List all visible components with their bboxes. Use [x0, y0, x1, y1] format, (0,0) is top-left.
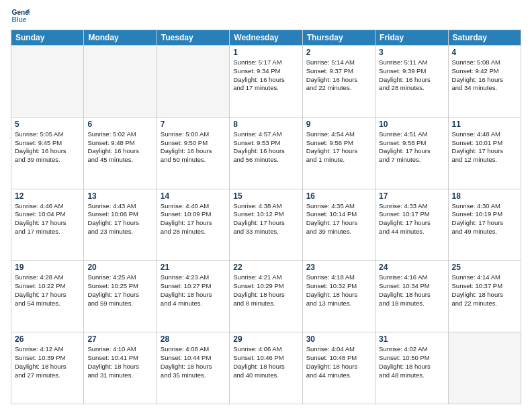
day-header-friday: Friday	[375, 30, 448, 46]
table-row: 24Sunrise: 4:16 AM Sunset: 10:34 PM Dayl…	[375, 261, 448, 332]
table-row	[84, 46, 157, 118]
day-number: 14	[161, 191, 226, 201]
day-header-monday: Monday	[84, 30, 157, 46]
cell-content: Sunrise: 4:35 AM Sunset: 10:14 PM Daylig…	[306, 202, 371, 236]
logo-icon: General Blue	[11, 7, 30, 26]
table-row: 5Sunrise: 5:05 AM Sunset: 9:45 PM Daylig…	[11, 117, 84, 189]
table-row: 18Sunrise: 4:30 AM Sunset: 10:19 PM Dayl…	[448, 189, 521, 261]
day-header-saturday: Saturday	[448, 30, 521, 46]
table-row	[11, 46, 84, 118]
page: General Blue SundayMondayTuesdayWednesda…	[0, 0, 532, 411]
day-number: 1	[233, 48, 298, 57]
table-row: 7Sunrise: 5:00 AM Sunset: 9:50 PM Daylig…	[157, 117, 229, 189]
day-number: 6	[87, 120, 152, 129]
cell-content: Sunrise: 5:08 AM Sunset: 9:42 PM Dayligh…	[452, 58, 517, 93]
day-number: 22	[233, 263, 298, 272]
table-row: 30Sunrise: 4:04 AM Sunset: 10:48 PM Dayl…	[302, 332, 375, 404]
logo: General Blue	[11, 7, 32, 26]
table-row: 22Sunrise: 4:21 AM Sunset: 10:29 PM Dayl…	[230, 261, 302, 332]
cell-content: Sunrise: 4:54 AM Sunset: 9:56 PM Dayligh…	[306, 130, 371, 165]
cell-content: Sunrise: 4:40 AM Sunset: 10:09 PM Daylig…	[161, 202, 226, 236]
day-number: 25	[452, 263, 517, 272]
table-row: 3Sunrise: 5:11 AM Sunset: 9:39 PM Daylig…	[375, 46, 448, 118]
table-row: 2Sunrise: 5:14 AM Sunset: 9:37 PM Daylig…	[302, 46, 375, 118]
day-number: 11	[452, 120, 517, 129]
cell-content: Sunrise: 5:17 AM Sunset: 9:34 PM Dayligh…	[233, 58, 298, 93]
cell-content: Sunrise: 5:11 AM Sunset: 9:39 PM Dayligh…	[379, 58, 444, 93]
cell-content: Sunrise: 4:04 AM Sunset: 10:48 PM Daylig…	[306, 345, 371, 379]
table-row: 20Sunrise: 4:25 AM Sunset: 10:25 PM Dayl…	[84, 261, 157, 332]
cell-content: Sunrise: 4:28 AM Sunset: 10:22 PM Daylig…	[15, 273, 80, 308]
header: General Blue	[11, 7, 521, 26]
day-number: 29	[233, 334, 298, 344]
svg-text:Blue: Blue	[12, 16, 27, 24]
cell-content: Sunrise: 4:18 AM Sunset: 10:32 PM Daylig…	[306, 273, 371, 308]
cell-content: Sunrise: 5:02 AM Sunset: 9:48 PM Dayligh…	[87, 130, 152, 165]
day-number: 24	[379, 263, 444, 272]
table-row	[448, 332, 521, 404]
table-row: 21Sunrise: 4:23 AM Sunset: 10:27 PM Dayl…	[157, 261, 229, 332]
table-row: 8Sunrise: 4:57 AM Sunset: 9:53 PM Daylig…	[230, 117, 302, 189]
day-number: 15	[233, 191, 298, 201]
table-row: 28Sunrise: 4:08 AM Sunset: 10:44 PM Dayl…	[157, 332, 229, 404]
cell-content: Sunrise: 5:05 AM Sunset: 9:45 PM Dayligh…	[15, 130, 80, 165]
day-number: 3	[379, 48, 444, 57]
table-row: 25Sunrise: 4:14 AM Sunset: 10:37 PM Dayl…	[448, 261, 521, 332]
day-number: 20	[87, 263, 152, 272]
day-number: 12	[15, 191, 80, 201]
cell-content: Sunrise: 4:02 AM Sunset: 10:50 PM Daylig…	[379, 345, 444, 379]
day-number: 18	[452, 191, 517, 201]
day-number: 7	[161, 120, 226, 129]
table-row	[157, 46, 229, 118]
cell-content: Sunrise: 4:33 AM Sunset: 10:17 PM Daylig…	[379, 202, 444, 236]
cell-content: Sunrise: 4:38 AM Sunset: 10:12 PM Daylig…	[233, 202, 298, 236]
table-row: 10Sunrise: 4:51 AM Sunset: 9:58 PM Dayli…	[375, 117, 448, 189]
cell-content: Sunrise: 4:48 AM Sunset: 10:01 PM Daylig…	[452, 130, 517, 165]
cell-content: Sunrise: 4:23 AM Sunset: 10:27 PM Daylig…	[161, 273, 226, 308]
day-number: 13	[87, 191, 152, 201]
cell-content: Sunrise: 4:08 AM Sunset: 10:44 PM Daylig…	[161, 345, 226, 379]
table-row: 19Sunrise: 4:28 AM Sunset: 10:22 PM Dayl…	[11, 261, 84, 332]
table-row: 14Sunrise: 4:40 AM Sunset: 10:09 PM Dayl…	[157, 189, 229, 261]
day-number: 9	[306, 120, 371, 129]
day-number: 16	[306, 191, 371, 201]
cell-content: Sunrise: 4:57 AM Sunset: 9:53 PM Dayligh…	[233, 130, 298, 165]
day-number: 4	[452, 48, 517, 57]
table-row: 15Sunrise: 4:38 AM Sunset: 10:12 PM Dayl…	[230, 189, 302, 261]
cell-content: Sunrise: 4:30 AM Sunset: 10:19 PM Daylig…	[452, 202, 517, 236]
table-row: 9Sunrise: 4:54 AM Sunset: 9:56 PM Daylig…	[302, 117, 375, 189]
table-row: 17Sunrise: 4:33 AM Sunset: 10:17 PM Dayl…	[375, 189, 448, 261]
calendar-row: 1Sunrise: 5:17 AM Sunset: 9:34 PM Daylig…	[11, 46, 521, 118]
table-row: 6Sunrise: 5:02 AM Sunset: 9:48 PM Daylig…	[84, 117, 157, 189]
cell-content: Sunrise: 4:51 AM Sunset: 9:58 PM Dayligh…	[379, 130, 444, 165]
table-row: 1Sunrise: 5:17 AM Sunset: 9:34 PM Daylig…	[230, 46, 302, 118]
day-header-sunday: Sunday	[11, 30, 84, 46]
calendar-row: 19Sunrise: 4:28 AM Sunset: 10:22 PM Dayl…	[11, 261, 521, 332]
table-row: 16Sunrise: 4:35 AM Sunset: 10:14 PM Dayl…	[302, 189, 375, 261]
day-number: 30	[306, 334, 371, 344]
cell-content: Sunrise: 5:00 AM Sunset: 9:50 PM Dayligh…	[161, 130, 226, 165]
cell-content: Sunrise: 4:12 AM Sunset: 10:39 PM Daylig…	[15, 345, 80, 379]
cell-content: Sunrise: 4:10 AM Sunset: 10:41 PM Daylig…	[87, 345, 152, 379]
day-number: 8	[233, 120, 298, 129]
day-number: 19	[15, 263, 80, 272]
day-number: 27	[87, 334, 152, 344]
cell-content: Sunrise: 4:06 AM Sunset: 10:46 PM Daylig…	[233, 345, 298, 379]
cell-content: Sunrise: 4:16 AM Sunset: 10:34 PM Daylig…	[379, 273, 444, 308]
table-row: 31Sunrise: 4:02 AM Sunset: 10:50 PM Dayl…	[375, 332, 448, 404]
table-row: 27Sunrise: 4:10 AM Sunset: 10:41 PM Dayl…	[84, 332, 157, 404]
cell-content: Sunrise: 4:25 AM Sunset: 10:25 PM Daylig…	[87, 273, 152, 308]
day-number: 5	[15, 120, 80, 129]
day-number: 17	[379, 191, 444, 201]
header-row: SundayMondayTuesdayWednesdayThursdayFrid…	[11, 30, 521, 46]
day-number: 31	[379, 334, 444, 344]
day-number: 26	[15, 334, 80, 344]
day-number: 2	[306, 48, 371, 57]
table-row: 12Sunrise: 4:46 AM Sunset: 10:04 PM Dayl…	[11, 189, 84, 261]
cell-content: Sunrise: 4:46 AM Sunset: 10:04 PM Daylig…	[15, 202, 80, 236]
table-row: 23Sunrise: 4:18 AM Sunset: 10:32 PM Dayl…	[302, 261, 375, 332]
cell-content: Sunrise: 4:43 AM Sunset: 10:06 PM Daylig…	[87, 202, 152, 236]
calendar-row: 12Sunrise: 4:46 AM Sunset: 10:04 PM Dayl…	[11, 189, 521, 261]
cell-content: Sunrise: 5:14 AM Sunset: 9:37 PM Dayligh…	[306, 58, 371, 93]
cell-content: Sunrise: 4:14 AM Sunset: 10:37 PM Daylig…	[452, 273, 517, 308]
